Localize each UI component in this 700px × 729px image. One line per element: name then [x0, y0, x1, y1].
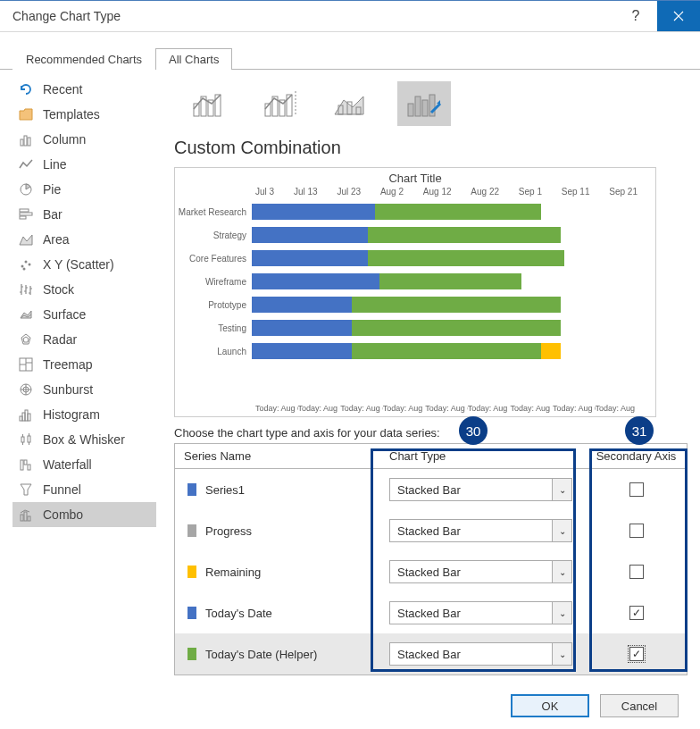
- secondary-axis-checkbox[interactable]: ✓: [629, 606, 644, 620]
- svg-rect-21: [24, 460, 27, 465]
- sidebar-item-label: Line: [43, 157, 66, 172]
- sidebar-item-area[interactable]: Area: [12, 227, 156, 252]
- funnel-icon: [18, 482, 34, 498]
- sidebar-item-sunburst[interactable]: Sunburst: [12, 377, 156, 402]
- sidebar-item-treemap[interactable]: Treemap: [12, 352, 156, 377]
- chevron-down-icon: ⌄: [552, 479, 571, 500]
- sidebar: Recent Templates Column Line Pie Bar Are…: [0, 70, 156, 683]
- series-row: Series1 Stacked Bar⌄: [175, 469, 687, 510]
- sidebar-item-histogram[interactable]: Histogram: [12, 402, 156, 427]
- chevron-down-icon: ⌄: [552, 561, 571, 582]
- sidebar-item-label: Funnel: [43, 482, 81, 497]
- subtype-clustered-column-line[interactable]: [183, 81, 237, 126]
- sidebar-item-label: X Y (Scatter): [43, 257, 114, 272]
- sidebar-item-templates[interactable]: Templates: [12, 102, 156, 127]
- area-icon: [18, 231, 34, 247]
- subtype-clustered-column-line-secondary[interactable]: [254, 81, 308, 126]
- chart-type-dropdown[interactable]: Stacked Bar⌄: [389, 642, 572, 666]
- sidebar-item-combo[interactable]: Combo: [12, 502, 156, 527]
- bar-icon: [18, 206, 34, 222]
- chart-type-dropdown[interactable]: Stacked Bar⌄: [389, 519, 572, 542]
- series-name: Today's Date: [205, 607, 272, 620]
- series-name: Progress: [205, 524, 252, 538]
- sidebar-item-radar[interactable]: Radar: [12, 327, 156, 352]
- secondary-axis-checkbox[interactable]: [629, 482, 644, 497]
- ok-button[interactable]: OK: [511, 694, 589, 717]
- help-button[interactable]: ?: [614, 1, 657, 31]
- svg-rect-39: [422, 100, 428, 116]
- sidebar-item-label: Treemap: [43, 357, 93, 372]
- sidebar-item-funnel[interactable]: Funnel: [12, 477, 156, 502]
- header-chart-type: Chart Type: [380, 444, 586, 468]
- chart-body: Market Research Strategy Core Features W…: [175, 197, 655, 363]
- sidebar-item-pie[interactable]: Pie: [12, 177, 156, 202]
- svg-rect-4: [20, 209, 29, 212]
- chart-type-dropdown[interactable]: Stacked Bar⌄: [389, 560, 572, 583]
- svg-rect-0: [21, 139, 23, 146]
- svg-rect-1: [24, 136, 27, 146]
- sidebar-item-label: Pie: [43, 182, 61, 197]
- callout-30: 30: [459, 416, 488, 445]
- titlebar: Change Chart Type ?: [0, 0, 700, 32]
- subtype-stacked-area-column[interactable]: [326, 81, 379, 126]
- tab-recommended[interactable]: Recommended Charts: [12, 48, 155, 70]
- sidebar-item-bar[interactable]: Bar: [12, 202, 156, 227]
- secondary-axis-checkbox[interactable]: ✓: [629, 647, 644, 661]
- svg-rect-38: [415, 96, 421, 116]
- sidebar-item-label: Templates: [43, 107, 100, 122]
- secondary-axis-checkbox[interactable]: [629, 524, 644, 538]
- sidebar-item-label: Column: [43, 132, 86, 147]
- dialog-footer: OK Cancel: [0, 683, 700, 729]
- histogram-icon: [18, 406, 34, 423]
- sidebar-item-scatter[interactable]: X Y (Scatter): [12, 252, 156, 277]
- sidebar-item-stock[interactable]: Stock: [12, 277, 156, 302]
- close-button[interactable]: [657, 1, 700, 31]
- svg-point-10: [23, 268, 26, 271]
- svg-rect-2: [28, 138, 30, 146]
- sidebar-item-label: Recent: [43, 82, 82, 96]
- series-swatch: [188, 483, 196, 496]
- series-swatch: [188, 607, 196, 619]
- sidebar-item-column[interactable]: Column: [12, 127, 156, 152]
- sidebar-item-label: Bar: [43, 207, 62, 222]
- content: Custom Combination Chart Title Jul 3Jul …: [156, 70, 700, 683]
- chevron-down-icon: ⌄: [552, 643, 571, 665]
- tab-all-charts[interactable]: All Charts: [155, 48, 232, 70]
- sunburst-icon: [18, 381, 34, 398]
- radar-icon: [18, 331, 34, 348]
- subtype-row: [174, 77, 700, 130]
- sidebar-item-label: Surface: [43, 307, 86, 322]
- cancel-button[interactable]: Cancel: [600, 694, 679, 717]
- chart-type-dropdown[interactable]: Stacked Bar⌄: [389, 478, 572, 501]
- chart-footer-labels: Today: Aug 6Today: Aug 6Today: Aug 6Toda…: [255, 404, 638, 413]
- combo-icon: [18, 507, 34, 523]
- close-icon: [673, 11, 684, 21]
- choose-label: Choose the chart type and axis for your …: [174, 426, 700, 440]
- recent-icon: [18, 81, 34, 97]
- series-row: Progress Stacked Bar⌄: [175, 510, 687, 551]
- surface-icon: [18, 306, 34, 323]
- sidebar-item-label: Sunburst: [43, 382, 93, 397]
- sidebar-item-label: Stock: [43, 282, 74, 297]
- scatter-icon: [18, 256, 34, 272]
- titlebar-controls: ?: [614, 1, 700, 31]
- series-table: Series Name Chart Type Secondary Axis Se…: [174, 443, 688, 675]
- subtype-custom[interactable]: [397, 81, 451, 126]
- svg-rect-19: [28, 436, 30, 442]
- sidebar-item-surface[interactable]: Surface: [12, 302, 156, 327]
- waterfall-icon: [18, 457, 34, 473]
- header-secondary-axis: Secondary Axis: [586, 444, 687, 468]
- sidebar-item-recent[interactable]: Recent: [12, 77, 156, 102]
- chart-preview[interactable]: Chart Title Jul 3Jul 13Jul 23Aug 2Aug 12…: [174, 167, 656, 417]
- sidebar-item-label: Box & Whisker: [43, 432, 125, 447]
- chart-type-dropdown[interactable]: Stacked Bar⌄: [389, 601, 572, 624]
- sidebar-item-label: Area: [43, 232, 70, 247]
- sidebar-item-line[interactable]: Line: [12, 152, 156, 177]
- sidebar-item-box-whisker[interactable]: Box & Whisker: [12, 427, 156, 452]
- sidebar-item-waterfall[interactable]: Waterfall: [12, 452, 156, 477]
- svg-point-9: [29, 264, 31, 266]
- chart-x-axis: Jul 3Jul 13Jul 23Aug 2Aug 12Aug 22Sep 1S…: [175, 185, 655, 197]
- svg-rect-25: [28, 516, 30, 521]
- callout-31: 31: [625, 416, 654, 445]
- secondary-axis-checkbox[interactable]: [629, 565, 644, 579]
